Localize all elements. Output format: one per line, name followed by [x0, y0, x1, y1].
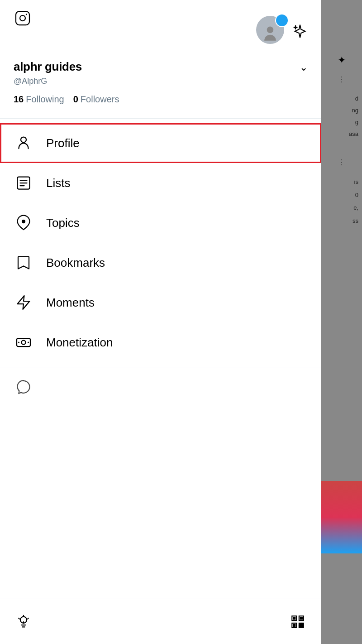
profile-name: alphr guides — [14, 60, 82, 74]
topics-menu-label: Topics — [46, 216, 80, 230]
person-icon — [14, 133, 33, 153]
svg-rect-18 — [293, 617, 295, 619]
instagram-icon — [14, 9, 32, 27]
lightning-icon — [14, 293, 33, 312]
following-count: 16 — [14, 94, 24, 105]
sidebar-orange-block — [321, 481, 362, 553]
sidebar-text-2: is 0 e, ss — [325, 176, 358, 227]
profile-menu-label: Profile — [46, 136, 80, 150]
svg-point-13 — [28, 342, 29, 343]
profile-handle: @AlphrG — [14, 77, 308, 86]
followers-stat[interactable]: 0 Followers — [73, 94, 119, 105]
svg-point-12 — [18, 342, 19, 343]
svg-rect-23 — [299, 625, 301, 627]
svg-rect-24 — [302, 625, 304, 627]
right-sidebar: ✦ ⋮ d ng g asa ⋮ is 0 e, ss — [321, 0, 362, 644]
menu-item-profile[interactable]: Profile — [0, 123, 321, 163]
stats-row: 16 Following 0 Followers — [14, 94, 308, 105]
following-stat[interactable]: 16 Following — [14, 94, 64, 105]
svg-point-2 — [26, 14, 27, 15]
sidebar-dots-2: ⋮ — [338, 158, 345, 167]
followers-label: Followers — [81, 94, 119, 105]
topics-icon — [14, 213, 33, 233]
lists-icon — [14, 173, 33, 193]
menu-item-lists[interactable]: Lists — [0, 163, 321, 203]
svg-point-11 — [22, 341, 26, 345]
svg-point-1 — [20, 15, 25, 21]
menu-item-moments[interactable]: Moments — [0, 283, 321, 322]
sidebar-top: ✦ ⋮ d ng g asa ⋮ is 0 e, ss — [321, 0, 362, 236]
menu-item-topics[interactable]: Topics — [0, 203, 321, 243]
svg-rect-0 — [16, 11, 29, 25]
svg-point-4 — [21, 137, 26, 143]
main-panel: alphr guides ⌄ @AlphrG 16 Following 0 Fo… — [0, 0, 321, 644]
partial-icon — [14, 377, 33, 397]
menu-item-monetization[interactable]: Monetization — [0, 322, 321, 362]
partial-menu-item — [0, 367, 321, 407]
profile-header: alphr guides ⌄ — [14, 60, 308, 74]
header — [0, 0, 321, 51]
svg-point-3 — [267, 27, 274, 34]
moments-menu-label: Moments — [46, 296, 95, 310]
menu-list: Profile Lists Topics — [0, 119, 321, 367]
monetization-menu-label: Monetization — [46, 336, 113, 350]
followers-count: 0 — [73, 94, 78, 105]
bookmarks-menu-label: Bookmarks — [46, 256, 105, 270]
bookmark-icon — [14, 253, 33, 273]
svg-rect-19 — [300, 617, 302, 619]
lists-menu-label: Lists — [46, 176, 70, 190]
menu-item-bookmarks[interactable]: Bookmarks — [0, 243, 321, 283]
monetization-icon — [14, 332, 33, 352]
svg-rect-20 — [293, 624, 295, 626]
sidebar-text: d ng g asa — [325, 93, 358, 140]
sidebar-sparkle-icon: ✦ — [338, 54, 346, 66]
avatar-area[interactable] — [256, 14, 308, 46]
svg-rect-22 — [302, 623, 304, 625]
sparkle-button[interactable] — [292, 24, 308, 41]
bulb-icon[interactable] — [14, 612, 33, 632]
chevron-down-icon[interactable]: ⌄ — [300, 62, 308, 73]
svg-rect-21 — [299, 623, 301, 625]
svg-point-9 — [22, 220, 25, 223]
qr-code-icon[interactable] — [288, 612, 308, 632]
sidebar-dots: ⋮ — [338, 75, 345, 84]
profile-section: alphr guides ⌄ @AlphrG 16 Following 0 Fo… — [0, 51, 321, 118]
bottom-bar — [0, 599, 321, 644]
following-label: Following — [26, 94, 64, 105]
